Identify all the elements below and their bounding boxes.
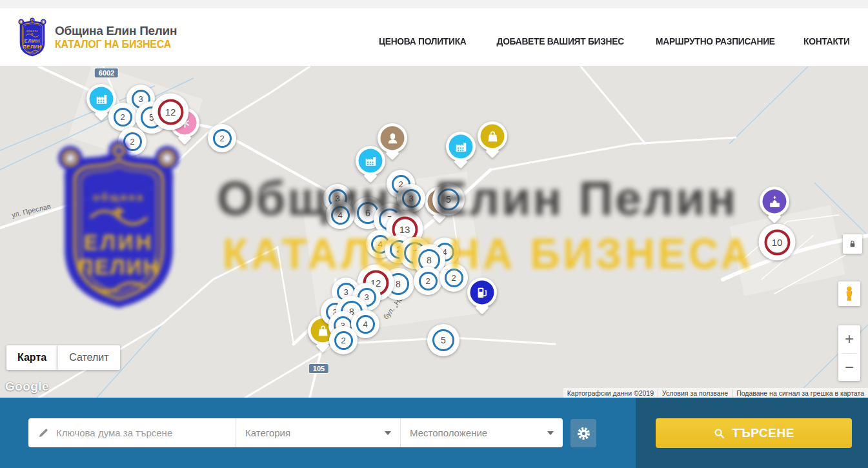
search-icon bbox=[713, 427, 725, 440]
search-button[interactable]: ТЪРСЕНЕ bbox=[656, 418, 852, 448]
cluster-count: 5 bbox=[438, 188, 459, 210]
cluster-count: 4 bbox=[331, 206, 350, 225]
map-type-control: Карта Сателит bbox=[6, 345, 120, 370]
site-logo[interactable]: Община Елин Пелин КАТАЛОГ НА БИЗНЕСА bbox=[17, 17, 177, 57]
worker-map-pin[interactable] bbox=[378, 123, 407, 153]
zoom-out-button[interactable]: − bbox=[838, 353, 860, 381]
google-logo[interactable]: Google bbox=[5, 380, 49, 394]
fuel-icon bbox=[475, 285, 489, 300]
cluster-count: 2 bbox=[445, 269, 463, 287]
church-map-pin[interactable] bbox=[760, 187, 789, 216]
factory-icon bbox=[454, 139, 468, 154]
attribution-report-error-link[interactable]: Подаване на сигнал за грешка в картата bbox=[732, 389, 868, 397]
map-cluster[interactable]: 10 bbox=[759, 224, 796, 261]
map-cluster[interactable]: 2 bbox=[208, 124, 236, 152]
bag-icon bbox=[485, 129, 500, 143]
zoom-control: + − bbox=[838, 325, 860, 381]
keyword-search-input[interactable] bbox=[56, 427, 236, 438]
municipality-crest-icon bbox=[17, 17, 47, 57]
search-bar: Категория Местоположение ТЪРСЕНЕ bbox=[0, 398, 868, 468]
cluster-count: 2 bbox=[334, 331, 353, 350]
location-select-value: Местоположение bbox=[410, 427, 542, 438]
road-label: 105 bbox=[309, 364, 328, 373]
zoom-in-button[interactable]: + bbox=[838, 325, 860, 353]
worker-icon bbox=[385, 131, 399, 145]
map-cluster[interactable]: 2 bbox=[414, 267, 442, 295]
map-cluster[interactable]: 5 bbox=[432, 183, 465, 216]
search-button-label: ТЪРСЕНЕ bbox=[732, 426, 794, 440]
factory-map-pin[interactable] bbox=[446, 132, 476, 161]
cluster-count: 2 bbox=[213, 129, 232, 148]
category-select-value: Категория bbox=[245, 427, 379, 438]
category-select[interactable]: Категория bbox=[236, 418, 400, 447]
factory-icon bbox=[94, 92, 108, 106]
google-map[interactable]: 6002105ул. Преславбул. „Новосел 32512223… bbox=[0, 66, 868, 398]
search-fields-group: Категория Местоположение bbox=[28, 418, 563, 447]
main-nav: ЦЕНОВА ПОЛИТИКА ДОБАВЕТЕ ВАШИЯТ БИЗНЕС М… bbox=[375, 36, 852, 46]
keyword-field bbox=[28, 418, 236, 447]
bag-icon bbox=[316, 323, 330, 338]
nav-item-bus-schedule[interactable]: МАРШРУТНО РАЗПИСАНИЕ bbox=[656, 36, 775, 46]
site-header: Община Елин Пелин КАТАЛОГ НА БИЗНЕСА ЦЕН… bbox=[0, 8, 868, 66]
gear-icon bbox=[576, 426, 591, 441]
nav-item-contacts[interactable]: КОНТАКТИ bbox=[803, 36, 850, 46]
map-cluster[interactable]: 12 bbox=[152, 94, 189, 130]
attribution-terms-link[interactable]: Условия за ползване bbox=[658, 389, 732, 397]
advanced-settings-button[interactable] bbox=[570, 419, 596, 447]
street-view-pegman[interactable] bbox=[838, 281, 860, 306]
map-cluster[interactable]: 4 bbox=[326, 201, 354, 229]
cluster-count: 5 bbox=[432, 329, 454, 351]
pegman-icon bbox=[841, 284, 858, 303]
pencil-icon bbox=[37, 427, 50, 439]
cluster-count: 4 bbox=[356, 315, 375, 334]
nav-item-pricing[interactable]: ЦЕНОВА ПОЛИТИКА bbox=[378, 36, 466, 46]
map-attribution: Картографски данни ©2019 Условия за полз… bbox=[563, 388, 868, 398]
cluster-count: 2 bbox=[419, 272, 438, 290]
cluster-count: 2 bbox=[114, 108, 132, 127]
cluster-count: 2 bbox=[123, 132, 142, 151]
chevron-down-icon bbox=[385, 431, 391, 435]
fuel-map-pin[interactable] bbox=[467, 278, 497, 307]
map-type-map-button[interactable]: Карта bbox=[6, 345, 57, 370]
map-cluster[interactable]: 5 bbox=[427, 324, 459, 356]
map-cluster[interactable]: 2 bbox=[439, 263, 468, 292]
map-cluster[interactable]: 2 bbox=[118, 127, 146, 156]
factory-icon bbox=[363, 154, 378, 168]
site-subtitle: КАТАЛОГ НА БИЗНЕСА bbox=[55, 39, 177, 50]
bag-map-pin[interactable] bbox=[478, 121, 507, 151]
map-cluster[interactable]: 2 bbox=[329, 326, 358, 354]
cluster-count: 12 bbox=[157, 99, 183, 125]
cluster-count: 3 bbox=[402, 189, 421, 208]
chevron-down-icon bbox=[547, 431, 554, 435]
location-select[interactable]: Местоположение bbox=[400, 418, 563, 447]
church-icon bbox=[767, 194, 782, 209]
factory-map-pin[interactable] bbox=[356, 146, 385, 176]
attribution-copyright: Картографски данни ©2019 bbox=[563, 389, 658, 397]
site-title: Община Елин Пелин bbox=[55, 24, 177, 38]
map-type-satellite-button[interactable]: Сателит bbox=[57, 345, 119, 370]
road-label: 6002 bbox=[95, 68, 118, 77]
cluster-count: 10 bbox=[764, 229, 790, 255]
nav-item-add-business[interactable]: ДОБАВЕТЕ ВАШИЯТ БИЗНЕС bbox=[497, 36, 624, 46]
lock-control[interactable] bbox=[843, 234, 862, 254]
page-top-margin bbox=[0, 0, 868, 8]
lock-icon bbox=[847, 239, 858, 249]
